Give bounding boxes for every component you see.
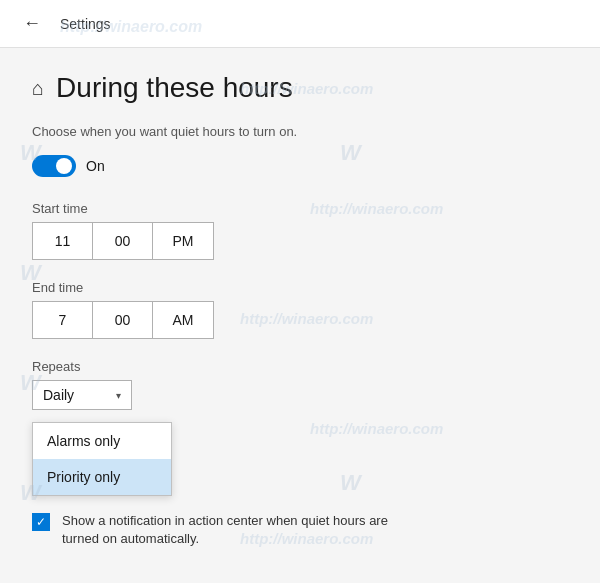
start-time-section: Start time 11 00 PM bbox=[32, 201, 568, 260]
start-time-label: Start time bbox=[32, 201, 568, 216]
dropdown-menu: Alarms only Priority only bbox=[32, 422, 172, 496]
toggle-label: On bbox=[86, 158, 105, 174]
home-icon: ⌂ bbox=[32, 77, 44, 100]
page-header: ⌂ During these hours bbox=[32, 72, 568, 104]
back-icon: ← bbox=[23, 13, 41, 34]
end-time-hour[interactable]: 7 bbox=[33, 302, 93, 338]
notification-checkbox-row: ✓ Show a notification in action center w… bbox=[32, 512, 568, 548]
notification-checkbox[interactable]: ✓ bbox=[32, 513, 52, 533]
toggle-thumb bbox=[56, 158, 72, 174]
dropdown-item-priority-only[interactable]: Priority only bbox=[33, 459, 171, 495]
start-time-period[interactable]: PM bbox=[153, 223, 213, 259]
description-text: Choose when you want quiet hours to turn… bbox=[32, 124, 568, 139]
page-title: During these hours bbox=[56, 72, 293, 104]
end-time-label: End time bbox=[32, 280, 568, 295]
quiet-hours-toggle-row: On bbox=[32, 155, 568, 177]
topbar-title: Settings bbox=[60, 16, 111, 32]
end-time-minute[interactable]: 00 bbox=[93, 302, 153, 338]
notification-checkbox-label: Show a notification in action center whe… bbox=[62, 512, 412, 548]
start-time-row: 11 00 PM bbox=[32, 222, 214, 260]
chevron-down-icon: ▾ bbox=[116, 390, 121, 401]
repeats-label: Repeats bbox=[32, 359, 568, 374]
repeats-dropdown[interactable]: Daily ▾ bbox=[32, 380, 132, 410]
start-time-minute[interactable]: 00 bbox=[93, 223, 153, 259]
repeats-dropdown-value: Daily bbox=[43, 387, 110, 403]
quiet-hours-toggle[interactable] bbox=[32, 155, 76, 177]
main-content: ⌂ During these hours Choose when you wan… bbox=[0, 48, 600, 572]
end-time-period[interactable]: AM bbox=[153, 302, 213, 338]
end-time-row: 7 00 AM bbox=[32, 301, 214, 339]
priority-only-label: Priority only bbox=[47, 469, 120, 485]
checkbox-box: ✓ bbox=[32, 513, 50, 531]
settings-page: http://winaero.com http://winaero.com W … bbox=[0, 0, 600, 583]
start-time-hour[interactable]: 11 bbox=[33, 223, 93, 259]
repeats-section: Repeats Daily ▾ bbox=[32, 359, 568, 410]
dropdown-item-alarms-only[interactable]: Alarms only bbox=[33, 423, 171, 459]
back-button[interactable]: ← bbox=[16, 8, 48, 40]
checkmark-icon: ✓ bbox=[36, 516, 46, 528]
top-bar: ← Settings bbox=[0, 0, 600, 48]
alarms-only-label: Alarms only bbox=[47, 433, 120, 449]
end-time-section: End time 7 00 AM bbox=[32, 280, 568, 339]
